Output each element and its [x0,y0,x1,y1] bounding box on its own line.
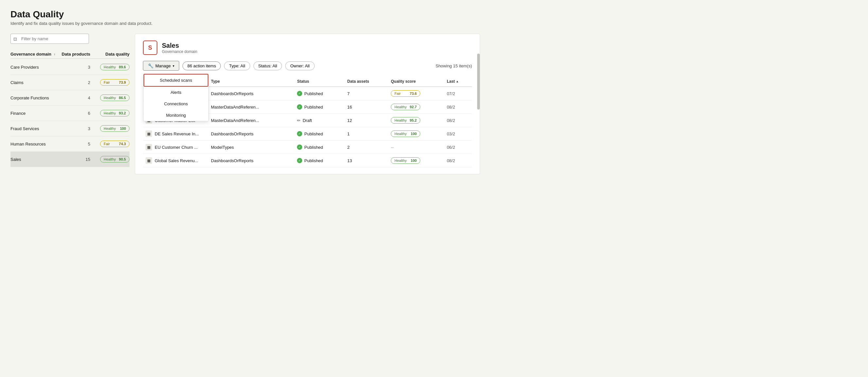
domain-row-fraud[interactable]: Fraud Services 3 Healthy100 [10,121,129,136]
product-name-cell: ▦ Global Sales Revenu... [143,154,208,167]
product-type: DashboardsOrReports [208,127,294,140]
domain-name: Fraud Services [10,126,61,131]
product-status: ✓ Published [294,100,344,114]
product-name: EU Customer Churn ... [155,145,198,150]
product-name-cell: ▦ DE Sales Revenue In... [143,127,208,140]
product-status: ✓ Published [294,154,344,167]
domain-row-claims[interactable]: Claims 2 Fair73.9 [10,75,129,90]
domain-products: 3 [61,126,90,131]
published-icon: ✓ [297,158,302,163]
last-date: 07/2 [444,87,472,100]
chevron-down-icon: ▾ [173,64,174,68]
status-label: Draft [303,118,312,123]
domain-row-finance[interactable]: Finance 6 Healthy93.2 [10,105,129,121]
data-assets: 1 [345,127,388,140]
table-row: ▦ EU Customer Churn ... ModelTypes ✓ Pub… [143,140,472,154]
quality-score-cell: Healthy92.7 [388,100,444,114]
filter-wrap: ⊡ [10,34,129,44]
domain-quality: Healthy100 [90,125,129,132]
col-quality-header: Quality score [388,76,444,87]
col-products-header: Data products [61,52,90,57]
status-label: Published [304,145,323,150]
product-name: DE Sales Revenue In... [155,131,199,136]
product-name-cell: ▦ EU Customer Churn ... [143,140,208,154]
col-status-header: Status [294,76,344,87]
action-items-button[interactable]: 86 action items [183,61,221,70]
scrollbar[interactable] [477,54,480,109]
toolbar: 🔧 Manage ▾ Scheduled scans Alerts Connec… [143,61,472,71]
product-status: ✓ Published [294,127,344,140]
filter-type-button[interactable]: Type: All [224,61,250,70]
domain-name: Claims [10,80,61,85]
domain-row-sales[interactable]: Sales 15 Healthy90.5 [10,152,129,167]
product-name: Global Sales Revenu... [155,158,198,163]
domain-row-corporate[interactable]: Corporate Functions 4 Healthy86.5 [10,90,129,105]
status-label: Published [304,131,323,136]
product-type: DashboardsOrReports [208,154,294,167]
dropdown-item-monitoring[interactable]: Monitoring [144,109,208,121]
product-icon: ▦ [146,130,152,137]
product-type: MasterDataAndReferen... [208,114,294,127]
col-assets-header: Data assets [345,76,388,87]
last-date: 08/2 [444,100,472,114]
dropdown-item-scheduled-scans[interactable]: Scheduled scans [144,74,208,87]
left-table-header: Governance domain ↑ Data products Data q… [10,50,129,59]
domain-title: Sales [162,42,197,50]
right-panel: S Sales Governance domain 🔧 Manage ▾ Sch… [135,34,480,174]
dropdown-menu: Scheduled scans Alerts Connections Monit… [143,73,209,121]
data-assets: 13 [345,154,388,167]
last-date: 08/2 [444,154,472,167]
product-icon: ▦ [146,144,152,150]
col-last-header: Last ▲ [444,76,472,86]
filter-owner-button[interactable]: Owner: All [285,61,314,70]
no-score: -- [391,145,394,150]
status-label: Published [304,105,323,109]
quality-score-cell: Healthy100 [388,154,444,167]
domain-row-care-providers[interactable]: Care Providers 3 Healthy89.6 [10,60,129,75]
product-status: ✓ Published [294,140,344,154]
domain-row-hr[interactable]: Human Resources 5 Fair74.3 [10,136,129,152]
domain-quality: Healthy90.5 [90,156,129,162]
domain-products: 2 [61,80,90,85]
filter-input[interactable] [10,34,89,44]
published-icon: ✓ [297,91,302,96]
domain-name: Care Providers [10,65,61,70]
status-label: Published [304,158,323,163]
quality-score-cell: Healthy100 [388,127,444,140]
domain-name: Sales [10,157,61,162]
page-subtitle: Identify and fix data quality issues by … [10,21,480,26]
domain-products: 6 [61,111,90,116]
last-date: 03/2 [444,127,472,140]
quality-score-cell: -- [388,140,444,154]
product-icon: ▦ [146,157,152,164]
filter-status-button[interactable]: Status: All [253,61,282,70]
manage-label: Manage [155,63,171,68]
col-domain-header: Governance domain ↑ [10,52,61,57]
published-icon: ✓ [297,131,302,136]
left-panel: ⊡ Governance domain ↑ Data products Data… [10,34,135,174]
domain-name: Human Resources [10,142,61,147]
last-date: 08/2 [444,114,472,127]
domain-quality: Healthy89.6 [90,64,129,70]
quality-score-cell: Fair73.6 [388,87,444,100]
domain-avatar: S [143,40,157,55]
last-sort-icon: ▲ [456,80,459,83]
sort-icon[interactable]: ↑ [54,53,56,56]
product-status: ✏ Draft [294,114,344,127]
dropdown-item-alerts[interactable]: Alerts [144,87,208,98]
domain-products: 15 [61,157,90,162]
table-row: ▦ DE Sales Revenue In... DashboardsOrRep… [143,127,472,140]
domain-title-block: Sales Governance domain [162,42,197,54]
dropdown-item-connections[interactable]: Connections [144,98,208,109]
manage-button[interactable]: 🔧 Manage ▾ Scheduled scans Alerts Connec… [143,61,179,71]
published-icon: ✓ [297,145,302,150]
quality-score-cell: Healthy95.2 [388,114,444,127]
product-status: ✓ Published [294,87,344,100]
col-quality-header: Data quality [90,52,129,57]
showing-text: Showing 15 item(s) [436,63,472,68]
domain-products: 4 [61,95,90,100]
col-type-header: Type [208,76,294,87]
published-icon: ✓ [297,104,302,109]
draft-icon: ✏ [297,118,301,123]
table-row: ▦ Global Sales Revenu... DashboardsOrRep… [143,154,472,167]
